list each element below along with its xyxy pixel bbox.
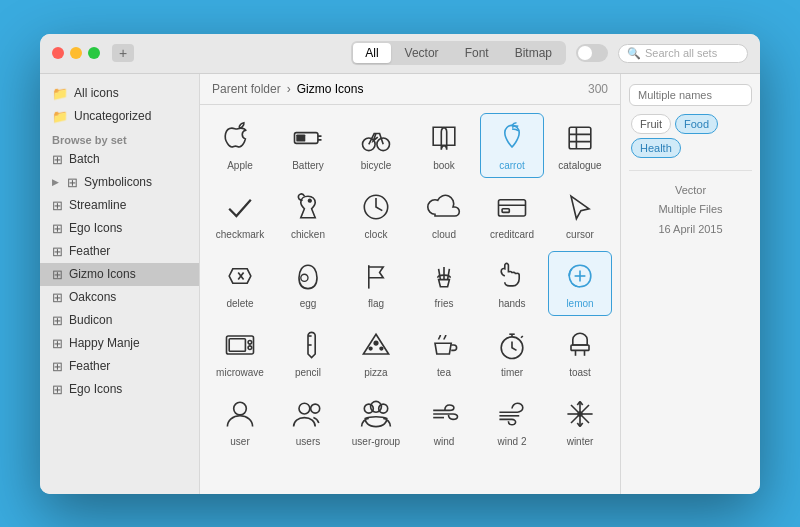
tab-vector[interactable]: Vector [393, 43, 451, 63]
sidebar-label: Symbolicons [84, 175, 152, 189]
icon-battery[interactable]: Battery [276, 113, 340, 178]
names-input[interactable] [629, 84, 752, 106]
sidebar-item-budicon[interactable]: ⊞ Budicon [40, 309, 199, 332]
icon-label: pizza [364, 367, 387, 378]
tags-area: Fruit Food Health [629, 112, 752, 160]
sidebar-item-gizmo[interactable]: ⊞ Gizmo Icons [40, 263, 199, 286]
icon-winter[interactable]: winter [548, 389, 612, 454]
icon-cursor[interactable]: cursor [548, 182, 612, 247]
icon-delete[interactable]: delete [208, 251, 272, 316]
icon-label: Battery [292, 160, 324, 171]
sidebar-item-uncategorized[interactable]: 📁 Uncategorized [40, 105, 199, 128]
sidebar-item-happy-manje[interactable]: ⊞ Happy Manje [40, 332, 199, 355]
svg-line-21 [448, 268, 450, 279]
svg-rect-3 [296, 134, 305, 141]
svg-point-27 [248, 345, 252, 349]
icon-label: users [296, 436, 320, 447]
icon-toast[interactable]: toast [548, 320, 612, 385]
search-placeholder: Search all sets [645, 47, 717, 59]
icon-fries[interactable]: fries [412, 251, 476, 316]
search-icon: 🔍 [627, 47, 641, 60]
grid-icon: ⊞ [52, 152, 63, 167]
view-toggle[interactable] [576, 44, 608, 62]
sidebar-item-ego-icons[interactable]: ⊞ Ego Icons [40, 217, 199, 240]
grid-icon: ⊞ [52, 221, 63, 236]
search-bar[interactable]: 🔍 Search all sets [618, 44, 748, 63]
icon-wind[interactable]: wind [412, 389, 476, 454]
breadcrumb-sep: › [287, 82, 291, 96]
sidebar-item-streamline[interactable]: ⊞ Streamline [40, 194, 199, 217]
sidebar-item-feather-2[interactable]: ⊞ Feather [40, 355, 199, 378]
icon-clock[interactable]: clock [344, 182, 408, 247]
icon-apple[interactable]: Apple [208, 113, 272, 178]
panel-divider [629, 170, 752, 171]
icon-users[interactable]: users [276, 389, 340, 454]
icon-cloud[interactable]: cloud [412, 182, 476, 247]
tab-font[interactable]: Font [453, 43, 501, 63]
tag-food[interactable]: Food [675, 114, 718, 134]
svg-point-5 [377, 138, 390, 151]
sidebar-item-all-icons[interactable]: 📁 All icons [40, 82, 199, 105]
icon-pizza[interactable]: pizza [344, 320, 408, 385]
icon-tea[interactable]: tea [412, 320, 476, 385]
sidebar-item-ego-icons-2[interactable]: ⊞ Ego Icons [40, 378, 199, 401]
icon-microwave[interactable]: microwave [208, 320, 272, 385]
svg-rect-12 [499, 199, 526, 215]
grid-icon: ⊞ [52, 313, 63, 328]
icon-lemon[interactable]: lemon [548, 251, 612, 316]
grid-icon: ⊞ [52, 359, 63, 374]
icon-label: carrot [499, 160, 525, 171]
tag-health[interactable]: Health [631, 138, 681, 158]
file-type-label: Vector [629, 181, 752, 201]
icon-count: 300 [588, 82, 608, 96]
folder-icon: 📁 [52, 86, 68, 101]
sidebar-label: Batch [69, 152, 100, 166]
icon-label: catalogue [558, 160, 601, 171]
icon-egg[interactable]: egg [276, 251, 340, 316]
icon-timer[interactable]: timer [480, 320, 544, 385]
sidebar-item-feather-1[interactable]: ⊞ Feather [40, 240, 199, 263]
icon-label: tea [437, 367, 451, 378]
add-button[interactable]: + [112, 44, 134, 62]
icon-carrot[interactable]: carrot [480, 113, 544, 178]
icon-pencil[interactable]: pencil [276, 320, 340, 385]
tab-all[interactable]: All [353, 43, 390, 63]
maximize-button[interactable] [88, 47, 100, 59]
svg-line-19 [439, 268, 441, 279]
sidebar-item-symbolicons[interactable]: ▶ ⊞ Symbolicons [40, 171, 199, 194]
icon-label: book [433, 160, 455, 171]
icon-creditcard[interactable]: creditcard [480, 182, 544, 247]
icon-wind2[interactable]: wind 2 [480, 389, 544, 454]
sidebar-item-batch[interactable]: ⊞ Batch [40, 148, 199, 171]
sidebar-label: Feather [69, 244, 110, 258]
icon-user-group[interactable]: user-group [344, 389, 408, 454]
icon-bicycle[interactable]: bicycle [344, 113, 408, 178]
close-button[interactable] [52, 47, 64, 59]
icon-label: lemon [566, 298, 593, 309]
tag-fruit[interactable]: Fruit [631, 114, 671, 134]
tab-bitmap[interactable]: Bitmap [503, 43, 564, 63]
icon-user[interactable]: user [208, 389, 272, 454]
sidebar-label: Streamline [69, 198, 126, 212]
icon-label: pencil [295, 367, 321, 378]
icon-checkmark[interactable]: checkmark [208, 182, 272, 247]
icon-catalogue[interactable]: catalogue [548, 113, 612, 178]
icon-label: delete [226, 298, 253, 309]
arrow-icon: ▶ [52, 177, 59, 187]
icon-hands[interactable]: hands [480, 251, 544, 316]
icon-flag[interactable]: flag [344, 251, 408, 316]
sidebar-item-oakcons[interactable]: ⊞ Oakcons [40, 286, 199, 309]
icon-chicken[interactable]: chicken [276, 182, 340, 247]
icon-book[interactable]: book [412, 113, 476, 178]
icon-label: clock [365, 229, 388, 240]
svg-point-31 [369, 347, 372, 350]
svg-point-10 [308, 199, 311, 202]
minimize-button[interactable] [70, 47, 82, 59]
svg-point-40 [234, 402, 247, 415]
grid-icon: ⊞ [52, 382, 63, 397]
grid-icon: ⊞ [67, 175, 78, 190]
sidebar-label: Happy Manje [69, 336, 140, 350]
icon-label: egg [300, 298, 317, 309]
traffic-lights [52, 47, 100, 59]
svg-rect-6 [569, 127, 591, 149]
